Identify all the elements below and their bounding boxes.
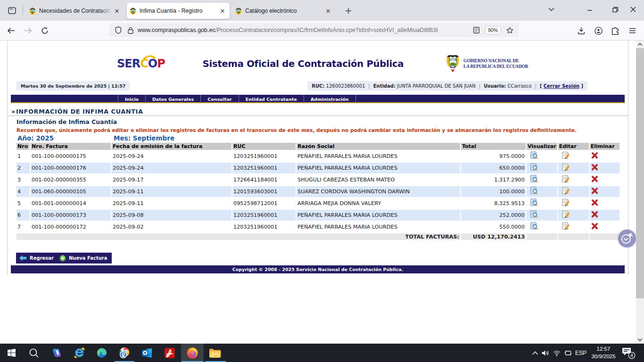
speaker-icon [540,350,551,356]
tab-separator [23,5,23,16]
menu-item-datos-generales[interactable]: Datos Generales [145,95,200,103]
reload-button[interactable] [38,24,52,38]
chevron-down-icon [548,8,554,11]
eliminar-icon[interactable] [591,214,599,220]
visualizar-icon[interactable] [530,155,538,161]
cell-total: 975.0000 [461,151,526,162]
eliminar-icon[interactable] [591,155,599,161]
clock-overlay-badge[interactable] [618,230,636,247]
invoice-row: 5 001-001-000000014 2025-09-11 095259871… [17,198,619,209]
shield-icon[interactable] [115,26,122,34]
tab-infima-cuantia[interactable]: Infima Cuantía - Registro ✕ [127,3,230,19]
scrollbar-thumb[interactable] [636,48,644,298]
taskbar-chrome-button[interactable] [113,344,136,362]
tray-network[interactable] [552,344,562,362]
extensions-button[interactable] [608,24,622,38]
tab-catalogo[interactable]: Catálogo electrónico ✕ [232,3,335,19]
taskbar-search-button[interactable] [23,344,45,362]
taskbar-acrobat-button[interactable] [158,344,181,362]
editar-icon[interactable] [561,167,570,173]
taskbar-outlook-button[interactable]: O [136,344,158,362]
firefox-view-button[interactable] [4,4,19,16]
tray-language[interactable]: ESP [575,344,586,362]
tab-necesidades[interactable]: Necesidades de Contratación y ✕ [26,3,124,19]
plus-green-icon [59,255,66,262]
bookmark-star-icon[interactable] [506,27,513,34]
cell-ruc: 0952598712001 [232,198,296,209]
cell-ruc: 1203251960001 [232,163,296,173]
taskbar-ie-button[interactable] [68,344,91,362]
visualizar-icon[interactable] [530,214,538,220]
start-button[interactable] [0,344,23,362]
tray-clock[interactable]: 12:57 30/9/2025 [590,345,617,360]
section-title: Información de Infima Cuantía [17,118,117,125]
eliminar-icon[interactable] [591,166,599,173]
gov-logo: GOBIERNO NACIONAL DE LA REPUBLICA DEL EC… [445,54,528,74]
scroll-down-arrow[interactable] [636,336,644,344]
close-window-button[interactable] [622,0,644,19]
lock-icon[interactable] [128,27,133,34]
tray-cast[interactable] [563,344,573,362]
logout-link[interactable]: Cerrar Sesión [544,83,580,89]
editar-icon[interactable] [561,179,570,185]
eliminar-icon[interactable] [591,202,599,208]
editar-icon[interactable] [561,155,570,161]
menu-button[interactable] [625,24,639,38]
entidad-label: Entidad: [373,83,396,89]
back-button[interactable] [4,24,18,38]
visualizar-icon[interactable] [530,190,538,197]
menu-item-inicio[interactable]: Inicio [118,95,145,103]
invoice-row: 2 001-100-000000176 2025-09-24 120325196… [17,163,619,173]
tab-close-icon[interactable]: ✕ [113,7,121,15]
tray-notifications[interactable]: 4 [621,344,636,362]
regresar-button[interactable]: Regresar [16,253,58,263]
taskbar-edge-button[interactable] [91,344,113,362]
tab-close-icon[interactable]: ✕ [218,7,227,15]
visualizar-icon[interactable] [530,179,538,185]
account-button[interactable] [591,24,605,38]
list-all-tabs-button[interactable] [540,0,562,19]
eliminar-icon[interactable] [591,178,599,184]
scroll-up-arrow[interactable] [636,41,644,48]
zoom-level-badge[interactable]: 90% [485,26,501,34]
menu-item-administracion[interactable]: Administración [304,95,356,103]
taskbar-firefox-button[interactable] [181,344,204,362]
editar-icon[interactable] [561,214,570,220]
winged-clock-icon [620,231,634,246]
visualizar-icon[interactable] [530,226,538,232]
table-header-row: Nro Nro. Factura Fecha de emisión de la … [17,143,619,150]
new-tab-button[interactable] [342,5,355,17]
warning-text: Recuerde que, únicamente podrá editar o … [17,127,577,133]
tray-volume[interactable] [540,344,551,362]
main-menu: Inicio Datos Generales Consultar Entidad… [11,95,625,103]
col-total: Total [461,143,526,150]
visualizar-icon[interactable] [530,202,538,208]
usuario-label: Usuario: [484,83,506,89]
nueva-factura-button[interactable]: Nueva Factura [57,253,112,263]
vertical-scrollbar[interactable] [636,41,644,344]
editar-icon[interactable] [561,190,570,197]
editar-icon[interactable] [561,202,570,208]
edge-icon [96,347,107,359]
taskbar-explorer-button[interactable] [204,344,226,362]
menu-item-entidad-contratante[interactable]: Entidad Contratante [239,95,304,103]
eliminar-icon[interactable] [591,190,599,196]
menu-item-consultar[interactable]: Consultar [200,95,239,103]
eliminar-icon[interactable] [591,225,599,231]
minimize-button[interactable] [579,0,601,19]
address-bar[interactable]: www.compraspublicas.gob.ec/ProcesoContra… [109,23,519,37]
reader-view-icon[interactable] [473,27,479,33]
col-eliminar: Eliminar [590,143,619,150]
entidad-value: JUNTA PARROQUIAL DE SAN JUAN [397,83,476,89]
restore-icon [612,7,619,13]
col-fecha: Fecha de emisión de la factura [112,143,231,150]
editar-icon[interactable] [561,226,570,232]
visualizar-icon[interactable] [530,167,538,173]
cell-nro: 7 [17,222,30,232]
tray-chevron-up[interactable] [530,344,540,362]
downloads-button[interactable] [574,24,588,38]
cell-factura: 001-100-000000175 [31,151,111,162]
tab-close-icon[interactable]: ✕ [324,7,332,15]
forward-button[interactable] [21,24,35,38]
taskbar-copilot-button[interactable] [45,344,68,362]
